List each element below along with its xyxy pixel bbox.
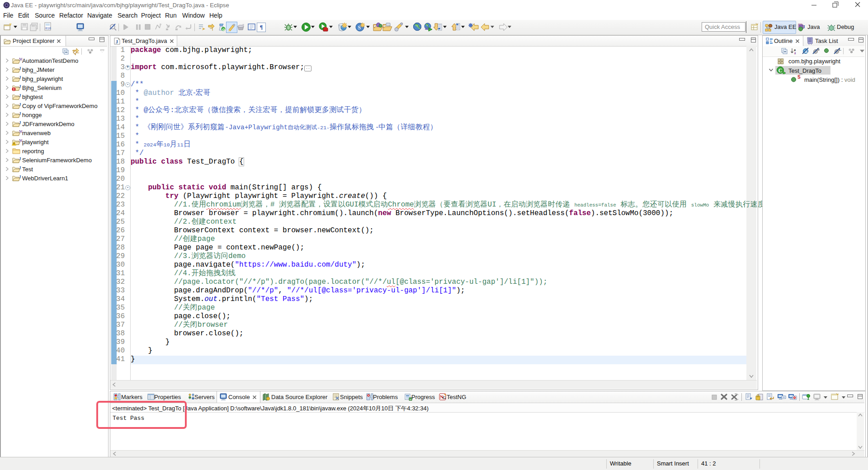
svg-text:J: J <box>19 174 21 179</box>
svg-text:010: 010 <box>45 27 51 30</box>
svg-text:J: J <box>116 39 118 44</box>
svg-text:M: M <box>19 138 22 143</box>
svg-text:M: M <box>19 129 22 134</box>
svg-text:J: J <box>19 102 21 107</box>
svg-text:J: J <box>19 111 21 116</box>
svg-text:L: L <box>839 47 841 52</box>
svg-text:J: J <box>802 24 805 29</box>
svg-text:M: M <box>19 57 22 61</box>
svg-text:J: J <box>19 75 21 80</box>
svg-text:J: J <box>19 156 21 161</box>
svg-text:C: C <box>778 67 783 74</box>
svg-text:J: J <box>19 66 21 70</box>
svg-text:z: z <box>794 51 796 55</box>
svg-text:G: G <box>222 28 225 32</box>
svg-text:J: J <box>19 120 21 125</box>
svg-text:J: J <box>19 165 21 170</box>
svg-text:J: J <box>19 84 21 89</box>
svg-text:G: G <box>443 395 446 400</box>
svg-text:J: J <box>19 93 21 98</box>
